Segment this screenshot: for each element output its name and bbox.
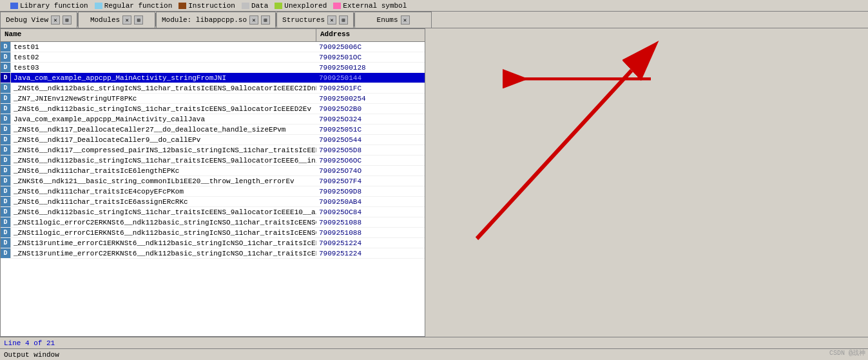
row-address: 79092501OC <box>316 54 364 61</box>
legend-color-swatch <box>242 3 249 9</box>
tab-close-button[interactable]: ✕ <box>249 15 258 25</box>
row-name: Java_com_example_appcpp_MainActivity_cal… <box>11 115 316 123</box>
row-address: 790925006C <box>316 43 364 51</box>
legend-item-label: Data <box>251 2 268 10</box>
table-row[interactable]: D_ZNSt6__ndk111char_traitsIcE6assignERcR… <box>1 197 425 207</box>
table-row[interactable]: D_ZNSt13runtime_errorC2ERKNSt6__ndk112ba… <box>1 248 425 259</box>
row-address: 790925O5D8 <box>316 146 364 154</box>
table-row[interactable]: DJava_com_example_appcpp_MainActivity_st… <box>1 73 425 83</box>
row-name: test01 <box>11 43 316 51</box>
table-row[interactable]: D_ZNKSt6__ndk121__basic_string_commonILb… <box>1 176 425 186</box>
tab-close-button[interactable]: ✕ <box>51 15 60 25</box>
tab-label: Debug View <box>6 16 48 24</box>
tab-icon-button[interactable]: ⊞ <box>261 15 270 25</box>
table-row[interactable]: D_ZNSt6__ndk111char_traitsIcE6lengthEPKc… <box>1 166 425 176</box>
table-row[interactable]: D_ZNSt6__ndk117_DeallocateCaller27__do_d… <box>1 125 425 135</box>
row-type-badge: D <box>1 197 11 206</box>
row-type-badge: D <box>1 135 11 145</box>
tab-modules[interactable]: Modules✕⊞ <box>78 12 155 28</box>
legend-color-swatch <box>178 3 186 9</box>
table-row[interactable]: D_ZNSt6__ndk112basic_stringIcNS_11char_t… <box>1 104 425 114</box>
row-address: 7909251224 <box>316 239 364 247</box>
table-row[interactable]: D_ZNSt6__ndk111char_traitsIcE4copyEFcPKo… <box>1 186 425 197</box>
row-name: _ZN7_JNIEnv12NewStringUTF8PKc <box>11 95 316 103</box>
row-name: _ZNSt13runtime_errorC2ERKNSt6__ndk112bas… <box>11 250 316 257</box>
watermark: CSDN @战神 <box>829 348 865 357</box>
legend-color-swatch <box>275 3 282 9</box>
legend-item: External symbol <box>333 2 407 10</box>
tab-structures[interactable]: Structures✕⊞ <box>276 12 354 28</box>
tab-icon-button[interactable]: ⊞ <box>63 15 72 25</box>
legend-item: Data <box>242 2 268 10</box>
row-name: _ZNSt6__ndk111char_traitsIcE6lengthEPKc <box>11 167 316 175</box>
tab-module-libappcppso[interactable]: Module: libappcpp.so✕⊞ <box>156 12 276 28</box>
table-row[interactable]: D_ZNSt13runtime_errorC1ERKNSt6__ndk112ba… <box>1 238 425 248</box>
row-name: Java_com_example_appcpp_MainActivity_str… <box>11 74 316 82</box>
module-panel: Name Address Dtest01790925006CDtest02790… <box>0 28 425 337</box>
row-name: _ZNSt13runtime_errorC1ERKNSt6__ndk112bas… <box>11 239 316 247</box>
row-type-badge: D <box>1 155 11 165</box>
row-address: 7909251088 <box>316 229 364 237</box>
row-address: 790925O1FC <box>316 85 364 92</box>
tab-close-button[interactable]: ✕ <box>122 15 131 25</box>
row-address: 790925O2B0 <box>316 105 364 113</box>
row-type-badge: D <box>1 125 11 134</box>
tab-icon-button[interactable]: ⊞ <box>134 15 143 25</box>
legend-color-swatch <box>333 3 341 9</box>
row-address: 7909251088 <box>316 219 364 226</box>
row-name: _ZNSt6__ndk112basic_stringIcNS_11char_tr… <box>11 157 316 165</box>
table-body[interactable]: Dtest01790925006CDtest0279092501OCDtest0… <box>1 42 425 336</box>
tab-label: Enums <box>377 16 398 24</box>
row-name: _ZNSt6__ndk117_DeallocateCaller27__do_de… <box>11 126 316 134</box>
row-type-badge: D <box>1 207 11 217</box>
col-name-header: Name <box>1 29 316 41</box>
table-row[interactable]: Dtest01790925006C <box>1 42 425 52</box>
row-address: 790925O9D8 <box>316 188 364 195</box>
table-row[interactable]: D_ZNSt6__ndk117__compressed_pairINS_12ba… <box>1 145 425 155</box>
status-text: Line 4 of 21 <box>4 339 55 347</box>
tab-bar[interactable]: Debug View✕⊞Modules✕⊞Module: libappcpp.s… <box>0 12 868 28</box>
table-row[interactable]: D_ZNSt6__ndk112basic_stringIcNS_11char_t… <box>1 83 425 94</box>
legend-item-label: Regular function <box>104 2 173 10</box>
row-type-badge: D <box>1 52 11 62</box>
table-row[interactable]: D_ZNSt1logic_errorC1ERKNSt6__ndk112basic… <box>1 228 425 238</box>
row-name: test03 <box>11 64 316 72</box>
row-address: 790925O324 <box>316 115 364 123</box>
legend-item: Library function <box>10 2 88 10</box>
table-row[interactable]: D_ZNSt6__ndk112basic_stringIcNS_11char_t… <box>1 207 425 217</box>
output-bar[interactable]: Output window <box>0 348 868 360</box>
row-name: _ZNSt6__ndk111char_traitsIcE4copyEFcPKom <box>11 188 316 195</box>
row-type-badge: D <box>1 114 11 124</box>
row-name: _ZNSt6__ndk117__compressed_pairINS_12bas… <box>11 146 316 154</box>
row-address: 790925051C <box>316 126 364 134</box>
legend-item-label: Library function <box>20 2 88 10</box>
row-name: _ZNKSt6__ndk121__basic_string_commonILb1… <box>11 177 316 185</box>
tab-icon-button[interactable]: ⊞ <box>339 15 348 25</box>
tab-enums[interactable]: Enums✕ <box>354 12 432 28</box>
table-row[interactable]: Dtest0279092501OC <box>1 52 425 63</box>
row-name: _ZNSt6__ndk112basic_stringIcNS_11char_tr… <box>11 85 316 92</box>
arrow-svg <box>425 28 868 337</box>
legend-item: Unexplored <box>275 2 327 10</box>
legend-item-label: Instruction <box>188 2 235 10</box>
row-type-badge: D <box>1 228 11 237</box>
table-row[interactable]: D_ZN7_JNIEnv12NewStringUTF8PKc7909250025… <box>1 94 425 104</box>
row-name: _ZNSt6__ndk111char_traitsIcE6assignERcRK… <box>11 198 316 206</box>
row-name: _ZNSt1logic_errorC1ERKNSt6__ndk112basic_… <box>11 229 316 237</box>
table-row[interactable]: Dtest0379092500128 <box>1 63 425 73</box>
table-row[interactable]: DJava_com_example_appcpp_MainActivity_ca… <box>1 114 425 125</box>
row-type-badge: D <box>1 217 11 227</box>
tab-close-button[interactable]: ✕ <box>401 15 410 25</box>
legend-item-label: Unexplored <box>284 2 327 10</box>
tab-close-button[interactable]: ✕ <box>327 15 336 25</box>
col-address-header: Address <box>316 29 354 41</box>
tab-label: Modules <box>90 16 120 24</box>
table-row[interactable]: D_ZNSt1logic_errorC2ERKNSt6__ndk112basic… <box>1 217 425 228</box>
table-row[interactable]: D_ZNSt6__ndk112basic_stringIcNS_11char_t… <box>1 155 425 166</box>
row-address: 7909251224 <box>316 250 364 257</box>
row-type-badge: D <box>1 104 11 114</box>
row-address: 790925O74O <box>316 167 364 175</box>
tab-debug-view[interactable]: Debug View✕⊞ <box>0 12 77 28</box>
table-row[interactable]: D_ZNSt6__ndk117_DeallocateCaller9__do_ca… <box>1 135 425 145</box>
row-name: _ZNSt6__ndk117_DeallocateCaller9__do_cal… <box>11 136 316 144</box>
